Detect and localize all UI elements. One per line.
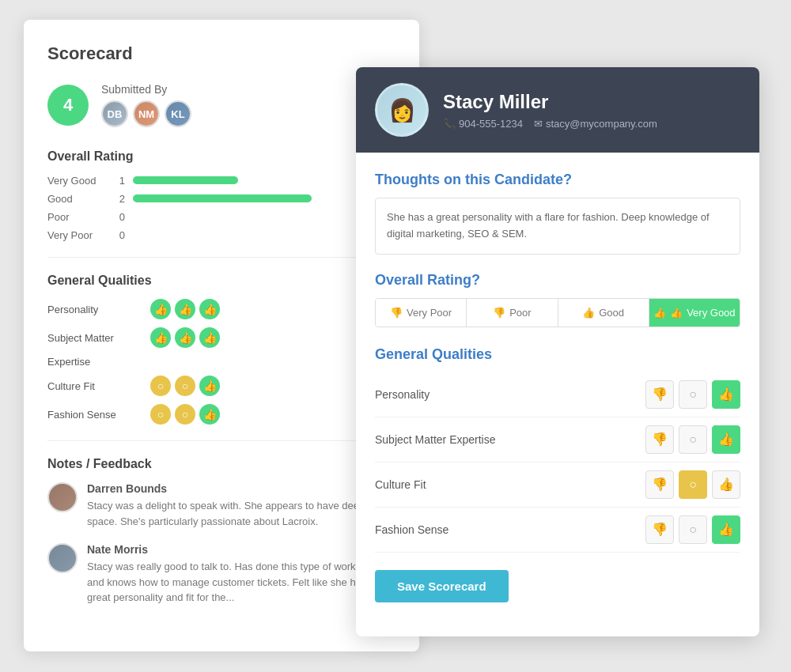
rating-btn-verygood-label: Very Good (687, 307, 735, 319)
candidate-header: 👩 Stacy Miller 📞 904-555-1234 ✉ stacy@my… (356, 67, 759, 153)
gq-thumbsdown-subjectmatter[interactable]: 👎 (645, 425, 674, 454)
gq-row-subjectmatter: Subject Matter Expertise 👎 ○ 👍 (375, 417, 740, 462)
feedback-avatar-nate (47, 543, 78, 573)
rating-btn-verypoor[interactable]: 👎 Very Poor (376, 299, 467, 327)
feedback-name-nate: Nate Morris (87, 543, 396, 556)
feedback-list: Darren Bounds Stacy was a delight to spe… (47, 482, 396, 606)
quality-icons-personality: 👍 👍 👍 (150, 299, 220, 319)
candidate-info: Stacy Miller 📞 904-555-1234 ✉ stacy@myco… (443, 91, 657, 130)
rating-btn-poor-label: Poor (509, 307, 531, 319)
gq-label-subjectmatter: Subject Matter Expertise (375, 433, 645, 446)
gq-controls-personality: 👎 ○ 👍 (645, 380, 740, 409)
gq-thumbsdown-fashionsense[interactable]: 👎 (645, 515, 674, 544)
gq-thumbsup-subjectmatter[interactable]: 👍 (712, 425, 740, 454)
candidate-general-qualities: General Qualities Personality 👎 ○ 👍 Subj… (375, 346, 740, 553)
avatar-3: KL (165, 100, 191, 127)
avatars: DB NM KL (101, 100, 191, 127)
gq-thumbsup-personality[interactable]: 👍 (712, 380, 740, 409)
gq-neutral-personality[interactable]: ○ (679, 380, 707, 409)
gq-neutral-subjectmatter[interactable]: ○ (679, 425, 707, 454)
gq-neutral-fashionsense[interactable]: ○ (679, 515, 707, 544)
quality-label-subjectmatter: Subject Matter (47, 332, 150, 344)
gq-row-culturefit: Culture Fit 👎 ○ 👍 (375, 462, 740, 508)
quality-icons-fashionsense: ○ ○ 👍 (150, 404, 220, 425)
gq-controls-fashionsense: 👎 ○ 👍 (645, 515, 740, 544)
contact-phone: 📞 904-555-1234 (443, 118, 523, 130)
scorecard-qualities: Personality 👍 👍 👍 Subject Matter 👍 👍 👍 E… (47, 299, 396, 425)
rating-btn-verygood[interactable]: 👍 👍 Very Good (649, 299, 740, 327)
quality-icon-2: 👍 (175, 299, 195, 319)
quality-icon-cf-1: ○ (150, 376, 171, 396)
quality-icons-culturefit: ○ ○ 👍 (150, 376, 220, 396)
feedback-text-darren: Stacy was a delight to speak with. She a… (87, 498, 396, 529)
score-badge: 4 (47, 85, 89, 126)
contact-email: ✉ stacy@mycompany.com (534, 118, 657, 130)
quality-row-culturefit: Culture Fit ○ ○ 👍 (47, 376, 396, 396)
feedback-name-darren: Darren Bounds (87, 482, 396, 495)
rating-bars: Very Good 1 Good 2 Poor 0 (47, 175, 396, 241)
rating-label-verypoor: Very Poor (47, 229, 103, 241)
rating-bar-good (133, 194, 312, 202)
quality-icon-3: 👍 (199, 299, 220, 319)
thumbsdown-icon-2: 👎 (493, 307, 505, 319)
quality-row-fashionsense: Fashion Sense ○ ○ 👍 (47, 404, 396, 425)
scorecard-title: Scorecard (47, 43, 396, 64)
rating-row-poor: Poor 0 (47, 211, 396, 223)
candidate-contact: 📞 904-555-1234 ✉ stacy@mycompany.com (443, 118, 657, 130)
rating-buttons: 👎 Very Poor 👎 Poor 👍 Good 👍 👍 Ver (375, 298, 740, 327)
candidate-gq-heading: General Qualities (375, 346, 740, 363)
candidate-panel: 👩 Stacy Miller 📞 904-555-1234 ✉ stacy@my… (356, 67, 759, 636)
rating-btn-poor[interactable]: 👎 Poor (467, 299, 558, 327)
submitted-by-info: Submitted By DB NM KL (101, 83, 191, 127)
rating-count-verypoor: 0 (111, 229, 125, 241)
thumbsdown-icon-1: 👎 (390, 307, 403, 319)
rating-count-verygood: 1 (111, 175, 125, 187)
feedback-item-darren: Darren Bounds Stacy was a delight to spe… (47, 482, 396, 529)
quality-icon-sm-2: 👍 (175, 327, 195, 348)
avatar-2: NM (133, 100, 160, 127)
rating-label-poor: Poor (47, 211, 103, 223)
rating-row-verygood: Very Good 1 (47, 175, 396, 187)
candidate-body: Thoughts on this Candidate? She has a gr… (356, 153, 759, 621)
rating-row-verypoor: Very Poor 0 (47, 229, 396, 241)
gq-thumbsup-culturefit[interactable]: 👍 (712, 470, 740, 499)
email-address: stacy@mycompany.com (546, 118, 657, 130)
quality-label-personality: Personality (47, 304, 150, 315)
thoughts-heading: Thoughts on this Candidate? (375, 172, 740, 188)
gq-label-culturefit: Culture Fit (375, 478, 645, 491)
thumbsup-icon-1: 👍 (582, 307, 595, 319)
overall-rating-title: Overall Rating (47, 149, 396, 164)
email-icon: ✉ (534, 118, 543, 130)
gq-row-fashionsense: Fashion Sense 👎 ○ 👍 (375, 508, 740, 553)
quality-label-fashionsense: Fashion Sense (47, 409, 150, 421)
quality-icon-1: 👍 (150, 299, 171, 319)
quality-row-personality: Personality 👍 👍 👍 (47, 299, 396, 319)
gq-controls-subjectmatter: 👎 ○ 👍 (645, 425, 740, 454)
quality-row-expertise: Expertise (47, 356, 396, 368)
thumbsup-icon-3: 👍 (670, 307, 683, 319)
rating-btn-verypoor-label: Very Poor (407, 307, 452, 319)
gq-thumbsdown-culturefit[interactable]: 👎 (645, 470, 674, 499)
quality-icon-fs-3: 👍 (199, 404, 220, 425)
candidate-name: Stacy Miller (443, 91, 657, 113)
quality-icon-fs-1: ○ (150, 404, 171, 425)
rating-row-good: Good 2 (47, 193, 396, 205)
quality-label-expertise: Expertise (47, 356, 150, 368)
gq-label-personality: Personality (375, 388, 645, 401)
overall-rating-heading: Overall Rating? (375, 272, 740, 289)
quality-icon-cf-2: ○ (175, 376, 195, 396)
gq-neutral-culturefit[interactable]: ○ (679, 470, 707, 499)
candidate-avatar: 👩 (375, 83, 429, 137)
quality-icon-fs-2: ○ (175, 404, 195, 425)
phone-number: 904-555-1234 (459, 118, 523, 130)
rating-btn-good[interactable]: 👍 Good (558, 299, 649, 327)
quality-row-subjectmatter: Subject Matter 👍 👍 👍 (47, 327, 396, 348)
gq-label-fashionsense: Fashion Sense (375, 523, 645, 536)
rating-count-poor: 0 (111, 211, 125, 223)
gq-thumbsup-fashionsense[interactable]: 👍 (712, 515, 740, 544)
quality-label-culturefit: Culture Fit (47, 380, 150, 392)
save-scorecard-button[interactable]: Save Scorecard (375, 570, 509, 602)
feedback-content-nate: Nate Morris Stacy was really good to tal… (87, 543, 396, 606)
thoughts-box[interactable]: She has a great personality with a flare… (375, 198, 740, 255)
gq-thumbsdown-personality[interactable]: 👎 (645, 380, 674, 409)
